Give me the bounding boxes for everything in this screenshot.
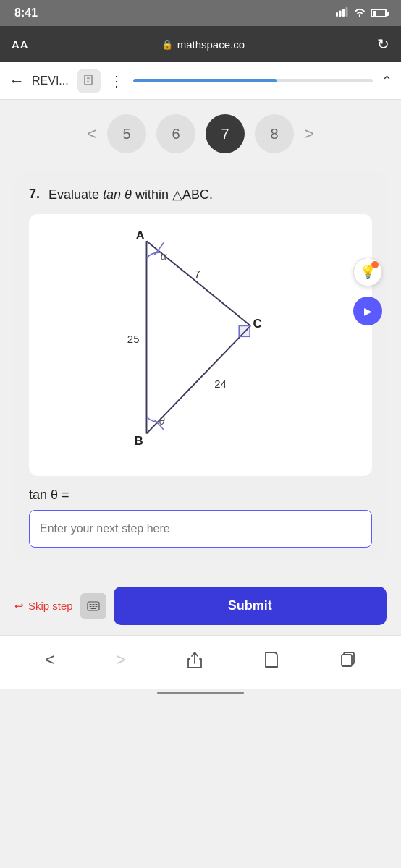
nav-prev-arrow[interactable]: <: [87, 124, 97, 144]
svg-rect-1: [339, 11, 342, 17]
status-icons: [336, 7, 387, 20]
svg-rect-32: [342, 655, 352, 666]
question-nav-5[interactable]: 5: [107, 114, 146, 153]
question-nav-6[interactable]: 6: [156, 114, 195, 153]
more-options-icon[interactable]: ⋮: [109, 72, 124, 90]
question-nav-7[interactable]: 7: [206, 114, 245, 153]
lock-icon: 🔒: [161, 39, 173, 50]
diagram-container: A α 7 C 25 24 θ B 💡: [29, 214, 372, 476]
svg-text:24: 24: [214, 378, 227, 390]
question-number: 7.: [29, 187, 40, 202]
wifi-icon: [353, 7, 366, 20]
question-nav-8[interactable]: 8: [255, 114, 294, 153]
nav-next-arrow[interactable]: >: [304, 124, 314, 144]
progress-fill: [133, 79, 277, 82]
ios-back-button[interactable]: <: [45, 650, 55, 670]
nav-back-button[interactable]: ←: [9, 72, 25, 90]
document-icon[interactable]: [77, 69, 101, 93]
home-indicator: [0, 689, 401, 700]
keyboard-icon-button[interactable]: [80, 593, 106, 619]
hint-notification-dot: [371, 261, 379, 268]
answer-area: tan θ =: [29, 488, 372, 548]
ios-tabs-button[interactable]: [340, 652, 356, 668]
ios-bottom-bar: < >: [0, 635, 401, 689]
refresh-icon[interactable]: ↻: [377, 35, 389, 53]
ios-share-button[interactable]: [187, 650, 203, 669]
signal-icon: [336, 7, 349, 19]
svg-text:7: 7: [194, 268, 200, 280]
ios-book-button[interactable]: [263, 651, 279, 668]
main-content: 7. Evaluate tan θ within △ABC.: [0, 165, 401, 576]
chevron-up-icon[interactable]: ⌃: [381, 73, 392, 89]
svg-text:B: B: [134, 434, 143, 448]
skip-icon: ↩: [14, 600, 24, 613]
play-button[interactable]: ▶: [353, 297, 382, 326]
progress-bar: [133, 79, 373, 82]
ios-forward-button[interactable]: >: [116, 650, 126, 670]
browser-url: mathspace.co: [177, 38, 245, 51]
battery-icon: [371, 9, 387, 17]
nav-title: REVI...: [32, 75, 69, 88]
svg-rect-2: [342, 9, 345, 17]
tan-label: tan θ =: [29, 488, 372, 503]
play-icon: ▶: [364, 305, 372, 317]
nav-bar: ← REVI... ⋮ ⌃: [0, 62, 401, 100]
status-time: 8:41: [14, 7, 38, 20]
hint-button[interactable]: 💡: [353, 258, 382, 286]
svg-rect-0: [336, 12, 338, 17]
svg-rect-12: [239, 326, 250, 336]
keyboard-icon: [87, 601, 100, 611]
home-pill: [157, 692, 244, 694]
svg-text:α: α: [161, 250, 167, 262]
question-nav: < 5 6 7 8 >: [0, 100, 401, 165]
bottom-buttons: ↩ Skip step Submit: [0, 576, 401, 635]
submit-button[interactable]: Submit: [114, 587, 387, 625]
skip-step-button[interactable]: ↩ Skip step: [14, 600, 73, 613]
question-card: 7. Evaluate tan θ within △ABC.: [14, 172, 387, 562]
svg-text:A: A: [136, 229, 145, 242]
question-text: Evaluate tan θ within △ABC.: [48, 187, 213, 203]
triangle-diagram: A α 7 C 25 24 θ B: [106, 226, 295, 464]
status-bar: 8:41: [0, 0, 401, 26]
svg-text:C: C: [253, 317, 261, 331]
question-header: 7. Evaluate tan θ within △ABC.: [29, 187, 372, 203]
svg-text:θ: θ: [159, 415, 165, 427]
svg-rect-3: [346, 7, 348, 17]
browser-url-area: 🔒 mathspace.co: [161, 38, 245, 51]
browser-bar: AA 🔒 mathspace.co ↻: [0, 26, 401, 62]
answer-input[interactable]: [29, 510, 372, 548]
browser-aa-label[interactable]: AA: [12, 38, 29, 51]
svg-text:25: 25: [127, 333, 140, 345]
